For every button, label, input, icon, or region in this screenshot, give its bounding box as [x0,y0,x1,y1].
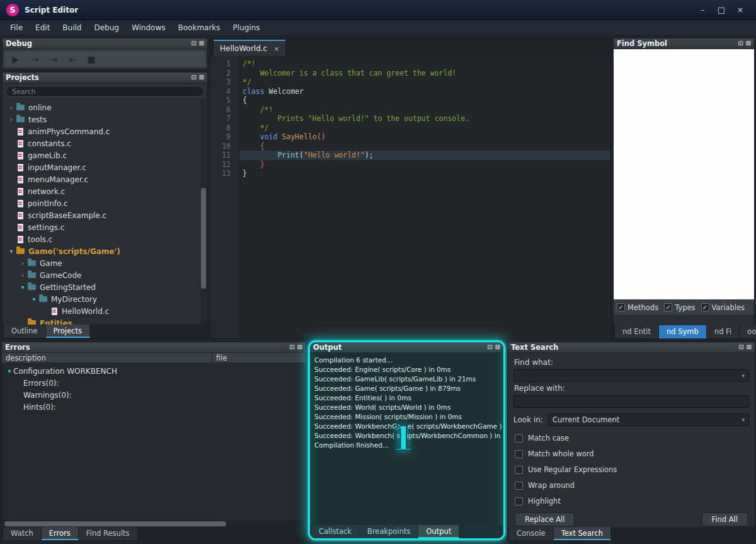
tree-file-constants-c[interactable]: constants.c [3,137,207,149]
close-button[interactable]: × [731,1,750,20]
code-line-2[interactable]: Welcomer is a class that can greet the w… [239,69,610,78]
collapse-arrow-icon[interactable]: ▾ [19,284,26,291]
code-line-8[interactable]: */ [239,124,610,133]
line-number[interactable]: 5 [210,96,231,105]
line-number[interactable]: 7 [210,114,231,124]
line-number[interactable]: 6 [210,105,231,115]
code-line-1[interactable]: /*! [239,59,610,69]
filter-types[interactable]: ✓Types [664,303,695,312]
line-number[interactable]: 1 [210,59,231,69]
tree-folder-game[interactable]: ›Game [3,257,207,269]
float-panel-icon[interactable]: ⊡ [487,342,492,352]
tree-file-network-c[interactable]: network.c [3,185,207,197]
line-number[interactable]: 13 [210,169,231,178]
code-line-5[interactable]: { [239,96,610,105]
textsearch-tab-console[interactable]: Console [509,527,554,540]
code-line-11[interactable]: Print("Hello world!"); [239,151,610,160]
code-line-4[interactable]: class Welcomer [239,87,610,96]
tree-file-helloworld-c[interactable]: HelloWorld.c [3,305,207,317]
tree-folder-game-scripts-game[interactable]: ▾Game('scripts/Game') [3,245,207,257]
step-into-icon[interactable]: ⇥ [47,54,60,64]
chevron-down-icon[interactable]: ▾ [742,417,745,423]
errors-tab-errors[interactable]: Errors [42,527,79,540]
tree-file-pointinfo-c[interactable]: pointInfo.c [3,197,207,209]
code-line-6[interactable]: /*! [239,105,610,115]
column-file[interactable]: file [212,354,306,362]
checkbox-types[interactable]: ✓ [664,303,672,311]
tab-close-icon[interactable]: × [273,45,279,53]
option-wrap-around[interactable]: Wrap around [515,481,749,490]
close-panel-icon[interactable]: ⊠ [297,342,302,352]
tree-file-animphyscommand-c[interactable]: animPhysCommand.c [3,125,207,137]
expand-arrow-icon[interactable]: › [19,272,26,279]
checkbox-match-case[interactable] [515,434,523,443]
close-panel-icon[interactable]: ⊠ [199,72,204,83]
checkbox-methods[interactable]: ✓ [617,303,625,311]
run-icon[interactable]: ▶ [9,54,23,64]
collapse-arrow-icon[interactable]: ▾ [6,367,13,374]
float-panel-icon[interactable]: ⊡ [289,342,294,352]
step-out-icon[interactable]: ⇤ [66,54,79,64]
maximize-button[interactable]: □ [712,1,731,20]
collapse-arrow-icon[interactable]: ▾ [8,248,15,255]
output-tab-callstack[interactable]: Callstack [311,525,360,538]
option-match-whole-word[interactable]: Match whole word [515,449,749,458]
line-number[interactable]: 9 [210,132,231,142]
option-match-case[interactable]: Match case [515,434,749,443]
close-panel-icon[interactable]: ⊠ [199,38,204,49]
editor-tab-helloworld[interactable]: HelloWorld.c × [213,40,286,56]
errors-scrollbar-thumb[interactable] [4,521,226,526]
replace-all-button[interactable]: Replace All [515,512,575,526]
menu-item-debug[interactable]: Debug [88,21,125,34]
output-tab-output[interactable]: Output [418,525,459,538]
findsymbol-tab-nd-symb[interactable]: nd Symb [659,325,707,339]
error-row-configuration-workbench[interactable]: ▾Configuration WORKBENCH [2,365,306,377]
projects-tab-projects[interactable]: Projects [46,325,90,338]
checkbox-highlight[interactable] [515,497,523,506]
code-line-13[interactable]: } [239,169,610,178]
error-row-hints-0[interactable]: Hints(0): [2,401,306,413]
column-description[interactable]: description [2,353,212,362]
find-what-combobox[interactable]: ▾ [513,369,749,382]
tree-folder-mydirectory[interactable]: ▾MyDirectory [3,293,207,305]
tree-file-menumanager-c[interactable]: menuManager.c [3,173,207,185]
chevron-down-icon[interactable]: ▾ [742,373,745,379]
code-editor[interactable]: 12345678910111213 /*! Welcomer is a clas… [210,56,610,339]
projects-search-input[interactable] [6,86,204,97]
line-number[interactable]: 3 [210,78,231,87]
code-line-3[interactable]: */ [239,78,610,87]
code-line-9[interactable]: void SayHello() [239,132,610,142]
minimize-button[interactable]: – [693,1,712,20]
expand-arrow-icon[interactable]: › [8,104,15,111]
menu-item-plugins[interactable]: Plugins [227,21,266,34]
find-symbol-results[interactable] [614,49,754,299]
look-in-dropdown[interactable]: Current Document ▾ [548,414,749,426]
output-tab-breakpoints[interactable]: Breakpoints [360,525,418,538]
collapse-arrow-icon[interactable]: ▾ [30,296,38,303]
tree-folder-online[interactable]: ›online [3,101,207,113]
expand-arrow-icon[interactable]: › [19,260,26,267]
checkbox-match-whole-word[interactable] [515,450,523,458]
line-number[interactable]: 2 [210,69,231,78]
float-panel-icon[interactable]: ⊡ [191,72,196,83]
option-use-regular-expressions[interactable]: Use Regular Expressions [515,465,749,474]
checkbox-variables[interactable]: ✓ [701,303,709,311]
error-row-errors-0[interactable]: Errors(0): [2,377,306,389]
checkbox-use-regular-expressions[interactable] [515,466,523,474]
float-panel-icon[interactable]: ⊡ [191,38,196,49]
errors-tab-find-results[interactable]: Find Results [79,527,138,540]
tree-file-settings-c[interactable]: settings.c [3,221,207,233]
errors-tab-watch[interactable]: Watch [3,527,42,540]
line-number[interactable]: 11 [210,151,231,160]
menu-item-file[interactable]: File [4,21,29,34]
tree-scrollbar-thumb[interactable] [201,188,206,289]
tree-folder-entities[interactable]: Entities [3,317,207,325]
close-panel-icon[interactable]: ⊠ [746,38,751,49]
filter-methods[interactable]: ✓Methods [617,303,658,312]
filter-variables[interactable]: ✓Variables [701,303,745,312]
line-number[interactable]: 4 [210,87,231,96]
code-line-12[interactable]: } [239,160,610,170]
tree-file-scriptbaseexample-c[interactable]: scriptBaseExample.c [3,209,207,221]
tree-folder-gettingstarted[interactable]: ▾GettingStarted [3,281,207,293]
stop-icon[interactable]: ■ [84,54,98,64]
